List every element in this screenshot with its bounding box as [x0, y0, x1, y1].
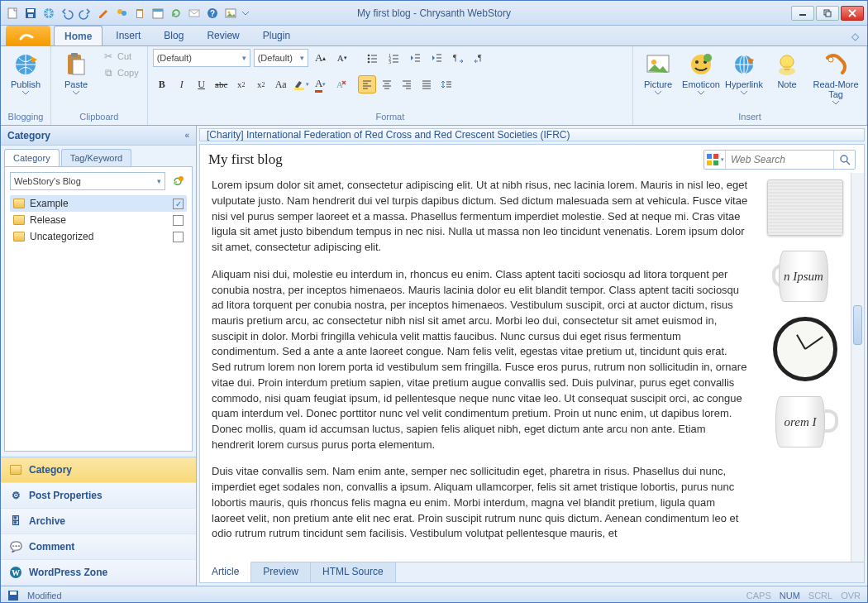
quick-access-toolbar: ? — [4, 5, 250, 22]
mail-icon[interactable] — [186, 5, 203, 22]
globe-icon[interactable] — [41, 5, 57, 22]
outdent-button[interactable] — [406, 49, 424, 67]
save-icon[interactable] — [22, 5, 39, 22]
align-right-button[interactable] — [398, 75, 416, 93]
refresh-categories-button[interactable] — [169, 172, 187, 190]
tab-insert[interactable]: Insert — [106, 26, 150, 45]
cut-button[interactable]: ✂Cut — [99, 49, 142, 64]
note-button[interactable]: Note — [767, 49, 807, 92]
font-size-combo[interactable]: (Default)▾ — [254, 49, 308, 67]
tab-html-source[interactable]: HTML Source — [311, 562, 396, 582]
image-placeholder[interactable] — [767, 179, 843, 236]
nav-archive[interactable]: 🗄Archive — [1, 509, 196, 534]
svg-text:¶: ¶ — [453, 53, 457, 62]
numbering-button[interactable]: 123 — [384, 49, 403, 67]
bullets-button[interactable] — [363, 49, 381, 67]
group-insert: Picture Emoticon Hyperlink Note Read-Mor… — [633, 46, 867, 125]
nav-post-properties[interactable]: ⚙Post Properties — [1, 483, 196, 509]
emoticon-button[interactable]: Emoticon — [681, 49, 721, 98]
scroll-thumb[interactable] — [853, 305, 862, 345]
svg-rect-78 — [707, 154, 712, 159]
tab-category[interactable]: Category — [4, 149, 60, 166]
highlight-button[interactable]: ▾ — [292, 75, 310, 93]
publish-button[interactable]: Publish — [6, 49, 45, 98]
align-center-button[interactable] — [378, 75, 396, 93]
hyperlink-icon — [731, 51, 757, 78]
picture-small-icon[interactable] — [222, 5, 239, 22]
svg-text:A: A — [336, 79, 343, 89]
tab-review[interactable]: Review — [197, 26, 249, 45]
image-mug-1[interactable]: n Ipsum — [772, 247, 838, 305]
maximize-button[interactable] — [816, 6, 839, 21]
category-item-example[interactable]: Example✓ — [10, 195, 187, 212]
nav-comment[interactable]: 💬Comment — [1, 534, 196, 560]
change-case-button[interactable]: Aa — [272, 75, 290, 93]
copy-button[interactable]: ⧉Copy — [99, 65, 142, 80]
breadcrumb[interactable]: [Charity] International Federation of Re… — [199, 128, 865, 141]
paste-small-icon[interactable] — [131, 5, 148, 22]
hyperlink-button[interactable]: Hyperlink — [724, 49, 764, 98]
undo-icon[interactable] — [59, 5, 75, 22]
italic-button[interactable]: I — [173, 75, 191, 93]
tab-preview[interactable]: Preview — [251, 562, 311, 582]
folder-icon — [13, 232, 25, 242]
readmore-button[interactable]: Read-More Tag — [810, 49, 861, 108]
svg-point-65 — [651, 60, 656, 65]
superscript-button[interactable]: x2 — [252, 75, 270, 93]
qa-more-icon[interactable] — [241, 5, 250, 22]
shrink-font-button[interactable]: A▾ — [333, 49, 351, 67]
line-spacing-button[interactable] — [437, 75, 455, 93]
strike-button[interactable]: abc — [212, 75, 231, 93]
vertical-scrollbar[interactable] — [851, 173, 864, 562]
grow-font-button[interactable]: A▴ — [312, 49, 330, 67]
font-family-combo[interactable]: (Default)▾ — [153, 49, 250, 67]
blog-select-combo[interactable]: WebStory's Blog▾ — [10, 172, 165, 190]
checkbox-icon[interactable] — [173, 232, 184, 242]
tab-plugin[interactable]: Plugin — [253, 26, 300, 45]
new-icon[interactable] — [4, 5, 21, 22]
checkbox-icon[interactable] — [173, 215, 184, 226]
calendar-icon[interactable] — [150, 5, 166, 22]
category-item-release[interactable]: Release — [10, 212, 187, 228]
file-tab[interactable] — [6, 26, 50, 45]
nav-sections: Category ⚙Post Properties 🗄Archive 💬Comm… — [1, 457, 196, 586]
ribbon: Publish Blogging Paste ✂Cut ⧉Copy Clipbo… — [1, 46, 867, 126]
close-button[interactable] — [841, 6, 864, 21]
document-text[interactable]: Lorem ipsum dolor sit amet, consectetur … — [200, 173, 760, 562]
bold-button[interactable]: B — [153, 75, 171, 93]
 ltr-button[interactable]: ¶ — [449, 49, 467, 67]
status-modified: Modified — [27, 591, 62, 601]
image-clock[interactable] — [773, 317, 837, 381]
justify-button[interactable] — [417, 75, 436, 93]
minimize-button[interactable] — [791, 6, 814, 21]
align-left-button[interactable] — [358, 75, 376, 93]
clear-format-button[interactable]: A — [331, 75, 350, 93]
image-mug-2[interactable]: orem I — [772, 393, 838, 451]
search-go-button[interactable] — [833, 151, 855, 169]
nav-wordpress[interactable]: WWordPress Zone — [1, 560, 196, 586]
ribbon-minimize-icon[interactable]: ◇ — [851, 31, 859, 42]
font-color-button[interactable]: A▾ — [312, 75, 330, 93]
tab-tag-keyword[interactable]: Tag/Keyword — [61, 149, 132, 166]
search-provider-icon[interactable]: ▾ — [704, 151, 726, 169]
tab-article[interactable]: Article — [200, 562, 251, 582]
chevron-down-icon — [741, 91, 747, 95]
contacts-icon[interactable] — [113, 5, 130, 22]
underline-button[interactable]: U — [193, 75, 211, 93]
search-input[interactable] — [726, 154, 833, 165]
tab-home[interactable]: Home — [54, 26, 103, 45]
category-item-uncategorized[interactable]: Uncategorized — [10, 228, 187, 245]
help-icon[interactable]: ? — [204, 5, 221, 22]
refresh-icon[interactable] — [168, 5, 184, 22]
redo-icon[interactable] — [77, 5, 93, 22]
picture-button[interactable]: Picture — [638, 49, 678, 98]
indent-button[interactable] — [427, 49, 446, 67]
rtl-button[interactable]: ¶ — [470, 49, 489, 67]
nav-category[interactable]: Category — [1, 457, 196, 483]
pen-icon[interactable] — [95, 5, 112, 22]
collapse-icon[interactable]: « — [184, 131, 189, 140]
tab-blog[interactable]: Blog — [154, 26, 193, 45]
subscript-button[interactable]: x2 — [232, 75, 250, 93]
checkbox-icon[interactable]: ✓ — [173, 199, 184, 209]
paste-button[interactable]: Paste — [56, 49, 96, 98]
